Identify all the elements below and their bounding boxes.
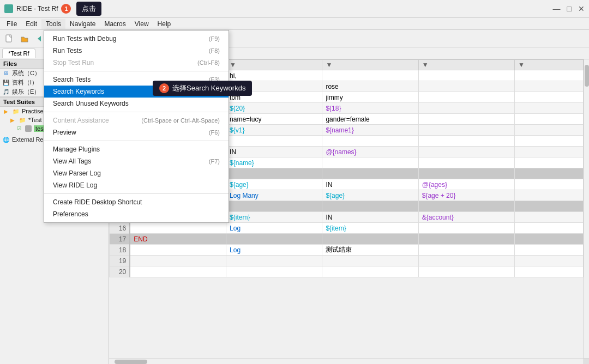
menu-content-assist-shortcut: (Ctrl-Space or Ctrl-Alt-Space) <box>141 117 220 124</box>
menu-preferences[interactable]: Preferences <box>44 208 229 220</box>
menu-run-tests-label: Run Tests <box>53 47 82 54</box>
menu-content-assist: Content Assistance (Ctrl-Space or Ctrl-A… <box>44 114 229 126</box>
tooltip-search-keywords: 2 选择Search Keyworkds <box>153 81 252 96</box>
menu-manage-plugins[interactable]: Manage Plugins <box>44 143 229 155</box>
badge-2: 2 <box>159 83 169 93</box>
menu-content-assist-label: Content Assistance <box>53 117 109 124</box>
menu-view-all-tags-shortcut: (F7) <box>209 158 220 165</box>
menu-preview[interactable]: Preview (F6) <box>44 126 229 138</box>
menu-run-debug[interactable]: Run Tests with Debug (F9) <box>44 33 229 45</box>
menu-run-debug-label: Run Tests with Debug <box>53 35 117 43</box>
menu-preview-label: Preview <box>53 129 76 136</box>
menu-run-tests[interactable]: Run Tests (F8) <box>44 45 229 57</box>
dropdown-overlay: Run Tests with Debug (F9) Run Tests (F8)… <box>0 0 589 364</box>
menu-preferences-label: Preferences <box>53 210 88 218</box>
menu-search-unused-label: Search Unused Keywords <box>53 100 129 107</box>
tooltip-search-keywords-text: 选择Search Keyworkds <box>172 83 245 93</box>
menu-create-shortcut-label: Create RIDE Desktop Shortcut <box>53 198 142 206</box>
sep-3 <box>44 141 229 141</box>
menu-manage-plugins-label: Manage Plugins <box>53 145 100 153</box>
menu-stop-test-shortcut: (Ctrl-F8) <box>197 59 220 66</box>
menu-run-debug-shortcut: (F9) <box>209 35 220 42</box>
sep-2 <box>44 112 229 112</box>
menu-stop-test: Stop Test Run (Ctrl-F8) <box>44 57 229 69</box>
menu-view-ride-log[interactable]: View RIDE Log <box>44 179 229 191</box>
sep-4 <box>44 193 229 194</box>
menu-run-tests-shortcut: (F8) <box>209 47 220 54</box>
menu-search-tests-label: Search Tests <box>53 76 91 83</box>
menu-view-parser-log-label: View Parser Log <box>53 169 101 177</box>
menu-view-ride-log-label: View RIDE Log <box>53 181 97 189</box>
menu-search-unused[interactable]: Search Unused Keywords <box>44 98 229 110</box>
menu-view-all-tags-label: View All Tags <box>53 157 91 165</box>
menu-create-shortcut[interactable]: Create RIDE Desktop Shortcut <box>44 196 229 208</box>
menu-search-keywords-label: Search Keywords <box>53 88 104 95</box>
menu-preview-shortcut: (F6) <box>209 129 220 136</box>
menu-stop-test-label: Stop Test Run <box>53 59 94 66</box>
sep-1 <box>44 71 229 71</box>
tools-dropdown-menu: Run Tests with Debug (F9) Run Tests (F8)… <box>44 30 229 223</box>
menu-view-parser-log[interactable]: View Parser Log <box>44 167 229 179</box>
menu-view-all-tags[interactable]: View All Tags (F7) <box>44 155 229 167</box>
